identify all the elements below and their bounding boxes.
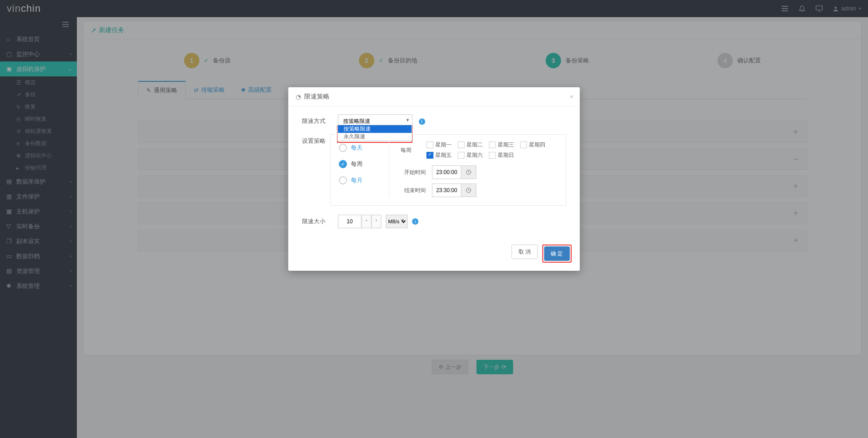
day-fri[interactable]: 星期五 — [427, 151, 452, 159]
freq-label: 每周 — [351, 160, 363, 168]
info-icon[interactable]: i — [412, 218, 419, 225]
freq-weekly[interactable]: 每周 — [339, 160, 384, 168]
rate-spinner: ˄ ˅ — [362, 215, 382, 228]
rate-up-button[interactable]: ˄ — [362, 215, 372, 228]
policy-right: 每周 星期一 星期二 星期三 星期四 星期五 星期六 星期日 — [401, 141, 558, 197]
modal-footer: 取 消 确 定 — [288, 238, 580, 271]
rate-mode-row: 限速方式 按策略限速 按策略限速 永久限速 i — [302, 114, 566, 128]
freq-monthly[interactable]: 每月 — [339, 176, 384, 184]
checkbox-icon — [458, 152, 465, 159]
checkbox-icon — [489, 152, 496, 159]
day-label: 星期三 — [498, 141, 514, 149]
start-time-row: 开始时间 — [401, 165, 558, 179]
end-label: 结束时间 — [401, 187, 426, 194]
modal-header: ◔ 限速策略 × — [288, 87, 580, 106]
checkbox-icon — [427, 152, 434, 159]
day-sun[interactable]: 星期日 — [489, 151, 514, 159]
checkbox-icon — [489, 141, 496, 148]
rate-mode-dropdown: 按策略限速 永久限速 — [338, 125, 412, 141]
freq-label: 每天 — [351, 144, 363, 152]
day-label: 星期日 — [498, 151, 514, 159]
rate-mode-option-policy[interactable]: 按策略限速 — [338, 125, 412, 133]
rate-limit-modal: ◔ 限速策略 × 限速方式 按策略限速 按策略限速 永久限速 — [288, 87, 580, 271]
radio-icon — [339, 144, 347, 152]
day-label: 星期一 — [435, 141, 452, 149]
radio-icon — [339, 160, 347, 168]
freq-label: 每月 — [351, 176, 363, 184]
ok-highlight: 确 定 — [542, 245, 571, 263]
day-label: 星期二 — [467, 141, 483, 149]
modal-body: 限速方式 按策略限速 按策略限速 永久限速 i — [288, 106, 580, 238]
day-wed[interactable]: 星期三 — [489, 141, 514, 149]
gauge-icon: ◔ — [296, 93, 301, 100]
day-thu[interactable]: 星期四 — [520, 141, 545, 149]
rate-size-input[interactable] — [338, 215, 362, 228]
policy-row: 设置策略 每天 每周 每月 每周 星期一 星期二 — [302, 134, 566, 206]
checkbox-icon — [520, 141, 527, 148]
weekly-label: 每周 — [401, 146, 416, 154]
modal-title: 限速策略 — [304, 93, 330, 101]
day-mon[interactable]: 星期一 — [427, 141, 452, 149]
close-icon[interactable]: × — [570, 93, 574, 100]
clock-button[interactable] — [461, 184, 476, 197]
day-sat[interactable]: 星期六 — [458, 151, 483, 159]
start-time-input[interactable] — [432, 165, 461, 179]
rate-down-button[interactable]: ˅ — [372, 215, 382, 228]
rate-unit-select[interactable]: MB/s — [386, 215, 408, 228]
radio-icon — [339, 176, 347, 184]
checkbox-icon — [458, 141, 465, 148]
policy-label: 设置策略 — [302, 134, 330, 206]
policy-box: 每天 每周 每月 每周 星期一 星期二 星期三 星期四 星期五 — [330, 134, 566, 206]
start-label: 开始时间 — [401, 169, 426, 176]
ok-button[interactable]: 确 定 — [544, 246, 570, 261]
day-label: 星期四 — [529, 141, 545, 149]
day-label: 星期六 — [467, 151, 483, 159]
days-grid: 星期一 星期二 星期三 星期四 星期五 星期六 星期日 — [427, 141, 558, 159]
end-time-row: 结束时间 — [401, 184, 558, 197]
freq-daily[interactable]: 每天 — [339, 144, 384, 152]
days-row: 每周 星期一 星期二 星期三 星期四 星期五 星期六 星期日 — [401, 141, 558, 159]
end-time-input[interactable] — [432, 184, 461, 197]
rate-mode-label: 限速方式 — [302, 114, 338, 128]
rate-mode-option-permanent[interactable]: 永久限速 — [338, 133, 412, 141]
day-tue[interactable]: 星期二 — [458, 141, 483, 149]
cancel-button[interactable]: 取 消 — [512, 245, 538, 259]
freq-options: 每天 每周 每月 — [339, 141, 390, 197]
day-label: 星期五 — [435, 151, 452, 159]
info-icon[interactable]: i — [419, 118, 425, 125]
rate-size-row: 限速大小 ˄ ˅ MB/s i — [302, 215, 566, 228]
checkbox-icon — [427, 141, 434, 148]
clock-button[interactable] — [461, 165, 476, 179]
rate-size-label: 限速大小 — [302, 215, 338, 228]
